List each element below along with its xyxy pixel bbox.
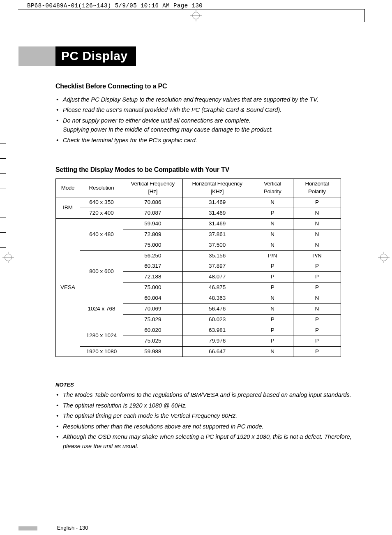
data-cell: N: [252, 229, 293, 240]
data-cell: N: [252, 240, 293, 250]
table-row: 1920 x 108059.98866.647NP: [56, 346, 341, 357]
list-item: The optimal timing per each mode is the …: [55, 411, 361, 420]
page-footer: English - 130: [55, 525, 361, 531]
data-cell: 66.647: [182, 346, 252, 357]
data-cell: 31.469: [182, 197, 252, 208]
list-item: The optimal resolution is 1920 x 1080 @ …: [55, 401, 361, 410]
data-cell: N: [252, 197, 293, 208]
data-cell: 56.250: [123, 250, 183, 261]
data-cell: 56.476: [182, 304, 252, 315]
data-cell: N: [293, 293, 341, 304]
prepress-header: BP68-00489A-01(126~143) 5/9/05 10:16 AM …: [0, 0, 392, 9]
data-cell: 37.500: [182, 240, 252, 250]
data-cell: P/N: [293, 250, 341, 261]
data-cell: N: [252, 293, 293, 304]
resolution-cell: 1920 x 1080: [80, 346, 123, 357]
data-cell: P: [252, 261, 293, 272]
data-cell: N: [293, 208, 341, 219]
data-cell: N: [293, 218, 341, 229]
data-cell: 79.976: [182, 336, 252, 346]
resolution-cell: 800 x 600: [80, 250, 123, 293]
resolution-cell: 640 x 350: [80, 197, 123, 208]
data-cell: P: [293, 261, 341, 272]
data-cell: P: [293, 272, 341, 283]
table-row: 1024 x 76860.00448.363NN: [56, 293, 341, 304]
data-cell: P: [252, 336, 293, 346]
data-cell: 72.188: [123, 272, 183, 283]
data-cell: 60.317: [123, 261, 183, 272]
thumb-index-marks: [0, 129, 6, 262]
data-cell: 70.086: [123, 197, 183, 208]
data-cell: 60.023: [182, 314, 252, 325]
list-item: The Modes Table conforms to the regulati…: [55, 390, 361, 399]
data-cell: P: [252, 283, 293, 293]
data-cell: P: [252, 314, 293, 325]
data-cell: P: [293, 197, 341, 208]
mode-cell: IBM: [56, 197, 80, 219]
data-cell: 46.875: [182, 283, 252, 293]
data-cell: N: [293, 304, 341, 315]
mode-cell: VESA: [56, 218, 80, 357]
data-cell: N: [252, 218, 293, 229]
resolution-cell: 1024 x 768: [80, 293, 123, 325]
list-item: Please read the user's manual provided w…: [55, 105, 361, 114]
data-cell: P: [252, 325, 293, 336]
data-cell: 35.156: [182, 250, 252, 261]
data-cell: N: [252, 304, 293, 315]
column-header: Vertical Frequency [Hz]: [123, 179, 183, 197]
data-cell: P: [293, 346, 341, 357]
table-row: VESA640 x 48059.94031.469NN: [56, 218, 341, 229]
data-cell: P: [293, 336, 341, 346]
footer-text: English - 130: [57, 525, 88, 531]
data-cell: 75.029: [123, 314, 183, 325]
data-cell: 37.897: [182, 261, 252, 272]
data-cell: 60.020: [123, 325, 183, 336]
list-item: Although the OSD menu may shake when sel…: [55, 432, 361, 451]
modes-heading: Setting the Display Modes to be Compatib…: [55, 166, 361, 174]
data-cell: N: [293, 240, 341, 250]
data-cell: P/N: [252, 250, 293, 261]
checklist-heading: Checklist Before Connecting to a PC: [55, 83, 361, 90]
table-header-row: ModeResolutionVertical Frequency [Hz]Hor…: [56, 179, 341, 197]
data-cell: P: [252, 272, 293, 283]
data-cell: 59.940: [123, 218, 183, 229]
data-cell: N: [293, 229, 341, 240]
table-row: IBM640 x 35070.08631.469NP: [56, 197, 341, 208]
data-cell: 70.087: [123, 208, 183, 219]
list-item: Adjust the PC Display Setup to the resol…: [55, 95, 361, 104]
data-cell: 75.000: [123, 283, 183, 293]
data-cell: 48.363: [182, 293, 252, 304]
data-cell: 60.004: [123, 293, 183, 304]
data-cell: 75.000: [123, 240, 183, 250]
notes-heading: NOTES: [55, 382, 361, 388]
table-row: 720 x 40070.08731.469PN: [56, 208, 341, 219]
page-title-band: PC Display: [18, 46, 361, 66]
data-cell: 48.077: [182, 272, 252, 283]
column-header: Resolution: [80, 179, 123, 197]
data-cell: P: [293, 325, 341, 336]
resolution-cell: 1280 x 1024: [80, 325, 123, 346]
data-cell: 63.981: [182, 325, 252, 336]
column-header: Horizontal Frequency [KHz]: [182, 179, 252, 197]
data-cell: 72.809: [123, 229, 183, 240]
list-item: Check the terminal types for the PC's gr…: [55, 136, 361, 145]
data-cell: 70.069: [123, 304, 183, 315]
table-row: 1280 x 102460.02063.981PP: [56, 325, 341, 336]
data-cell: P: [293, 314, 341, 325]
data-cell: 31.469: [182, 218, 252, 229]
data-cell: 31.469: [182, 208, 252, 219]
column-header: Horizontal Polarity: [293, 179, 341, 197]
data-cell: N: [252, 346, 293, 357]
column-header: Mode: [56, 179, 80, 197]
page-title: PC Display: [55, 46, 136, 66]
data-cell: P: [293, 283, 341, 293]
resolution-cell: 720 x 400: [80, 208, 123, 219]
registration-mark-icon: [190, 10, 202, 21]
data-cell: 59.988: [123, 346, 183, 357]
data-cell: P: [252, 208, 293, 219]
data-cell: 75.025: [123, 336, 183, 346]
column-header: Vertical Polarity: [252, 179, 293, 197]
table-row: 800 x 60056.25035.156P/NP/N: [56, 250, 341, 261]
data-cell: 37.861: [182, 229, 252, 240]
notes-list: The Modes Table conforms to the regulati…: [55, 390, 361, 451]
